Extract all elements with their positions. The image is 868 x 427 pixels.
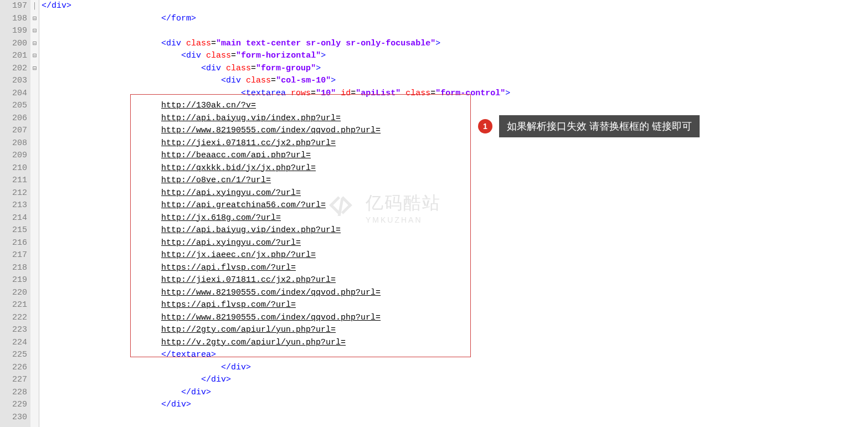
annotation-badge: 1 xyxy=(478,119,492,133)
code-line[interactable]: http://v.2gty.com/apiurl/yun.php?url= xyxy=(42,337,868,349)
annotation-text: 如果解析接口失效 请替换框框的 链接即可 xyxy=(499,115,700,137)
code-line[interactable]: <div class="form-group"> xyxy=(42,63,868,75)
code-line[interactable]: </div> xyxy=(42,399,868,411)
code-line[interactable]: <div class="main text-center sr-only sr-… xyxy=(42,38,868,50)
code-line[interactable]: http://api.greatchina56.com/?url= xyxy=(42,199,868,212)
code-line[interactable]: http://jx.618g.com/?url= xyxy=(42,212,868,225)
code-line[interactable]: http://jiexi.071811.cc/jx2.php?url= xyxy=(42,137,868,150)
code-line[interactable]: http://api.xyingyu.com/?url= xyxy=(42,187,868,200)
code-area[interactable]: </div> </form> <div class="main text-cen… xyxy=(39,0,868,427)
code-line[interactable]: </form> xyxy=(42,13,868,25)
code-line[interactable]: </div> xyxy=(42,387,868,399)
code-line[interactable]: http://130ak.cn/?v= xyxy=(42,100,868,112)
code-line[interactable]: </div> xyxy=(42,0,868,13)
code-line[interactable]: http://beaacc.com/api.php?url= xyxy=(42,150,868,162)
code-line[interactable]: https://api.flvsp.com/?url= xyxy=(42,262,868,275)
code-line[interactable]: http://www.82190555.com/index/qqvod.php?… xyxy=(42,287,868,300)
code-line[interactable] xyxy=(42,411,868,424)
code-line[interactable] xyxy=(42,25,868,38)
code-line[interactable]: http://www.82190555.com/index/qqvod.php?… xyxy=(42,312,868,325)
line-number-gutter: 197 198 199 200 201 202 203 204 205 206 … xyxy=(0,0,30,427)
code-line[interactable]: http://jx.iaeec.cn/jx.php/?url= xyxy=(42,249,868,262)
code-line[interactable]: http://api.baiyug.vip/index.php?url= xyxy=(42,224,868,237)
code-line[interactable]: </div> xyxy=(42,362,868,374)
code-line[interactable]: http://api.xyingyu.com/?url= xyxy=(42,237,868,250)
fold-column[interactable]: │ ⊟ ⊟ ⊟ ⊟ ⊟ xyxy=(30,0,39,427)
code-line[interactable]: </div> xyxy=(42,374,868,387)
code-line[interactable]: http://www.82190555.com/index/qqvod.php?… xyxy=(42,125,868,137)
code-line[interactable]: http://2gty.com/apiurl/yun.php?url= xyxy=(42,324,868,337)
code-line[interactable]: http://jiexi.071811.cc/jx2.php?url= xyxy=(42,274,868,287)
code-line[interactable]: <div class="form-horizontal"> xyxy=(42,50,868,63)
code-line[interactable]: <textarea rows="10" id="apiList" class="… xyxy=(42,88,868,100)
code-line[interactable]: http://api.baiyug.vip/index.php?url= xyxy=(42,112,868,125)
code-line[interactable]: <div class="col-sm-10"> xyxy=(42,75,868,88)
annotation-callout: 1 如果解析接口失效 请替换框框的 链接即可 xyxy=(478,115,700,137)
code-line[interactable]: http://qxkkk.bid/jx/jx.php?url= xyxy=(42,162,868,175)
code-editor[interactable]: 197 198 199 200 201 202 203 204 205 206 … xyxy=(0,0,868,427)
code-line[interactable]: </textarea> xyxy=(42,349,868,362)
code-line[interactable]: http://o8ve.cn/1/?url= xyxy=(42,174,868,187)
code-line[interactable]: https://api.flvsp.com/?url= xyxy=(42,299,868,312)
